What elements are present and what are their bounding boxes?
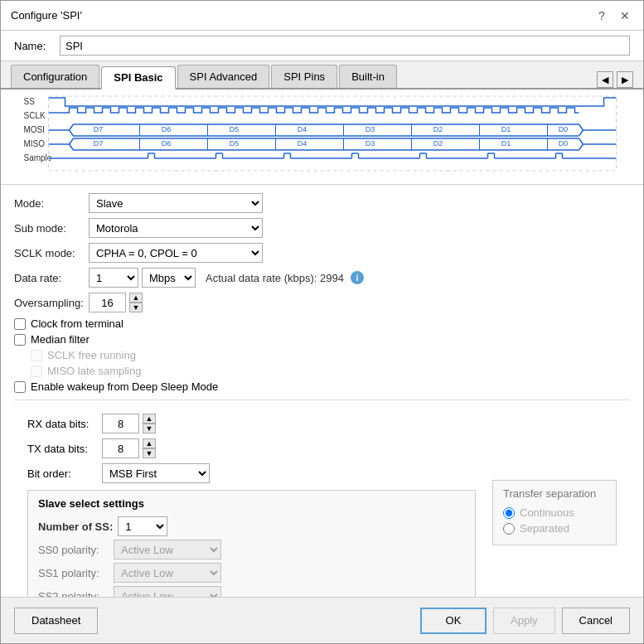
footer-right: OK Apply Cancel xyxy=(420,608,630,634)
tab-spi-basic[interactable]: SPI Basic xyxy=(101,66,175,90)
ss1-row: SS1 polarity: Active LowActive High xyxy=(38,563,465,583)
wakeup-row: Enable wakeup from Deep Sleep Mode xyxy=(14,380,630,393)
transfer-sep-box: Transfer separation Continuous Separated xyxy=(492,480,617,545)
ss0-select[interactable]: Active LowActive High xyxy=(114,540,221,559)
actual-rate-text: Actual data rate (kbps): 2994 xyxy=(206,272,344,284)
data-rate-controls: 1 Mbps Actual data rate (kbps): 2994 i xyxy=(89,268,364,288)
data-rate-value-select[interactable]: 1 xyxy=(89,268,138,288)
tx-bits-up-button[interactable]: ▲ xyxy=(143,438,156,448)
tx-bits-label: TX data bits: xyxy=(27,443,102,455)
svg-text:SS: SS xyxy=(24,97,36,106)
waveform-diagram: SS SCLK MOSI MISO Sample xyxy=(11,94,633,177)
mode-label: Mode: xyxy=(14,197,89,210)
ss1-select[interactable]: Active LowActive High xyxy=(114,563,221,583)
sclk-free-row: SCLK free running xyxy=(31,349,630,361)
sclk-mode-row: SCLK mode: CPHA = 0, CPOL = 0 xyxy=(14,243,630,263)
oversampling-group: ▲ ▼ xyxy=(89,293,143,312)
footer-left: Datasheet xyxy=(14,608,98,634)
tab-spi-advanced[interactable]: SPI Advanced xyxy=(177,65,270,88)
cancel-button[interactable]: Cancel xyxy=(562,608,630,634)
miso-late-checkbox[interactable] xyxy=(31,366,42,377)
ss-number-label: Number of SS: xyxy=(38,521,113,533)
datasheet-button[interactable]: Datasheet xyxy=(14,608,98,634)
slave-select-box: Slave select settings Number of SS: 1234… xyxy=(27,490,476,597)
content-area: SS SCLK MOSI MISO Sample xyxy=(1,90,643,597)
bit-order-select[interactable]: MSB First LSB First xyxy=(102,463,210,483)
separated-radio-row: Separated xyxy=(503,522,606,535)
waveform-area: SS SCLK MOSI MISO Sample xyxy=(1,90,643,185)
separated-radio[interactable] xyxy=(503,523,515,535)
sclk-free-checkbox[interactable] xyxy=(31,350,42,361)
bit-order-label: Bit order: xyxy=(27,467,102,480)
titlebar-buttons: ? ✕ xyxy=(593,7,633,24)
oversampling-down-button[interactable]: ▼ xyxy=(129,303,143,312)
dialog: Configure 'SPI' ? ✕ Name: Configuration … xyxy=(0,0,644,644)
svg-line-26 xyxy=(579,144,583,150)
oversampling-input[interactable] xyxy=(89,293,126,312)
sclk-mode-select[interactable]: CPHA = 0, CPOL = 0 xyxy=(89,243,263,263)
info-icon[interactable]: i xyxy=(351,271,364,284)
rx-bits-up-button[interactable]: ▲ xyxy=(143,414,156,424)
svg-text:D5: D5 xyxy=(230,139,240,148)
data-rate-row: Data rate: 1 Mbps Actual data rate (kbps… xyxy=(14,268,630,288)
name-label: Name: xyxy=(14,40,51,52)
svg-text:Sample: Sample xyxy=(24,153,52,162)
transfer-sep-container: Transfer separation Continuous Separated xyxy=(492,480,617,597)
ss1-label: SS1 polarity: xyxy=(38,567,109,579)
svg-text:D2: D2 xyxy=(433,125,443,133)
svg-text:D6: D6 xyxy=(162,125,172,133)
transfer-sep-title: Transfer separation xyxy=(503,487,606,500)
ss2-row: SS2 polarity: Active LowActive High xyxy=(38,586,465,597)
tx-bits-row: TX data bits: ▲ ▼ xyxy=(27,438,476,458)
continuous-radio[interactable] xyxy=(503,507,515,519)
ss2-select[interactable]: Active LowActive High xyxy=(114,586,221,597)
wakeup-checkbox[interactable] xyxy=(14,381,26,393)
name-input[interactable] xyxy=(60,36,630,56)
median-filter-label: Median filter xyxy=(31,333,90,346)
svg-text:D4: D4 xyxy=(298,125,307,133)
rx-bits-spinner: ▲ ▼ xyxy=(143,414,156,433)
ok-button[interactable]: OK xyxy=(420,608,487,634)
rx-bits-input[interactable] xyxy=(102,414,139,433)
svg-text:D3: D3 xyxy=(366,139,375,148)
slave-select-title: Slave select settings xyxy=(38,497,465,510)
clock-terminal-checkbox[interactable] xyxy=(14,318,26,330)
bit-order-row: Bit order: MSB First LSB First xyxy=(27,463,476,483)
tab-built-in[interactable]: Built-in xyxy=(339,65,397,88)
data-rate-label: Data rate: xyxy=(14,272,89,284)
svg-text:SCLK: SCLK xyxy=(24,111,46,120)
oversampling-row: Oversampling: ▲ ▼ xyxy=(14,293,630,312)
oversampling-up-button[interactable]: ▲ xyxy=(129,293,143,303)
tab-configuration[interactable]: Configuration xyxy=(11,65,99,88)
svg-text:D2: D2 xyxy=(433,139,443,148)
svg-text:D0: D0 xyxy=(559,125,569,133)
left-section: RX data bits: ▲ ▼ TX data bits: xyxy=(27,414,476,597)
close-button[interactable]: ✕ xyxy=(617,7,633,24)
tx-bits-down-button[interactable]: ▼ xyxy=(143,448,156,458)
tab-nav-buttons: ◀ ▶ xyxy=(597,71,633,88)
tab-next-button[interactable]: ▶ xyxy=(617,71,633,88)
submode-select[interactable]: Motorola xyxy=(89,218,263,238)
tx-bits-input[interactable] xyxy=(102,438,139,458)
svg-text:D7: D7 xyxy=(94,139,104,148)
tab-prev-button[interactable]: ◀ xyxy=(597,71,613,88)
svg-text:D5: D5 xyxy=(230,125,240,133)
data-rate-unit-select[interactable]: Mbps xyxy=(142,268,196,288)
median-filter-checkbox[interactable] xyxy=(14,334,26,346)
apply-button[interactable]: Apply xyxy=(493,608,555,634)
tab-spi-pins[interactable]: SPI Pins xyxy=(271,65,337,88)
svg-text:D0: D0 xyxy=(559,139,569,148)
rx-bits-down-button[interactable]: ▼ xyxy=(143,424,156,433)
rx-bits-label: RX data bits: xyxy=(27,418,102,430)
svg-text:MISO: MISO xyxy=(24,139,46,148)
svg-text:D6: D6 xyxy=(162,139,172,148)
help-button[interactable]: ? xyxy=(593,7,610,24)
svg-text:D3: D3 xyxy=(366,125,375,133)
separated-label: Separated xyxy=(520,522,569,535)
ss-number-select[interactable]: 1234 xyxy=(118,516,167,536)
mode-select[interactable]: Slave xyxy=(89,193,263,213)
median-filter-row: Median filter xyxy=(14,333,630,346)
clock-terminal-row: Clock from terminal xyxy=(14,317,630,330)
ss2-label: SS2 polarity: xyxy=(38,590,109,598)
oversampling-label: Oversampling: xyxy=(14,297,89,309)
